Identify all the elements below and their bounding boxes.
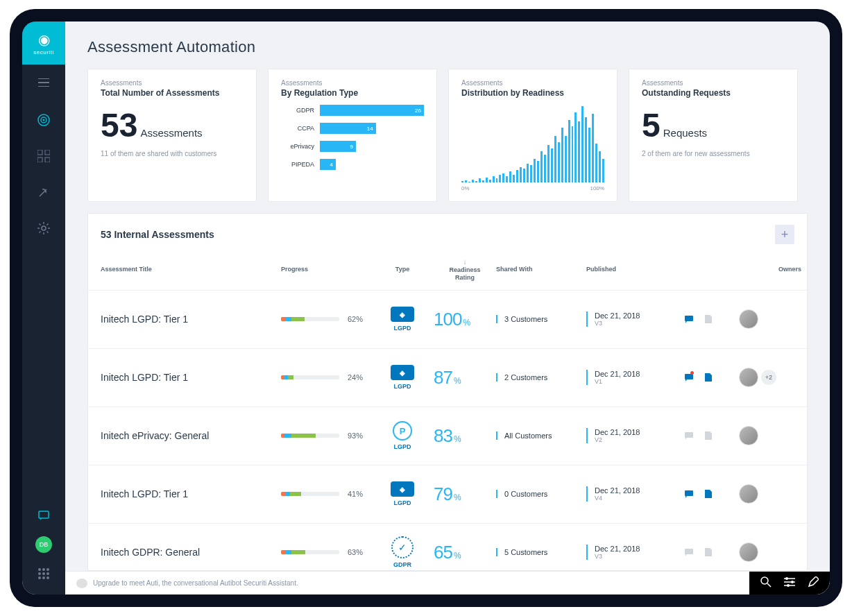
- row-more-button[interactable]: ⋮: [801, 488, 808, 501]
- bar-fill: 9: [320, 141, 356, 152]
- dist-bar: [489, 180, 491, 182]
- shared-cell: All Customers: [496, 431, 586, 440]
- card-eyebrow: Assessments: [642, 79, 785, 87]
- dist-bar: [568, 120, 570, 182]
- dist-bar: [461, 181, 463, 182]
- search-icon[interactable]: [760, 576, 772, 590]
- owner-avatar[interactable]: [739, 484, 758, 504]
- owners-cell: [739, 426, 801, 445]
- nav-item-tools[interactable]: [34, 182, 53, 202]
- comment-icon[interactable]: [683, 314, 695, 325]
- menu-toggle[interactable]: [38, 77, 49, 89]
- footer-message-area[interactable]: Upgrade to meet Auti, the conversational…: [65, 579, 749, 588]
- owner-avatar[interactable]: [739, 542, 758, 562]
- shared-cell: 5 Customers: [496, 548, 586, 556]
- comment-icon[interactable]: [683, 430, 695, 441]
- progress-percent: 93%: [348, 431, 371, 440]
- svg-point-10: [42, 568, 45, 571]
- owner-avatar[interactable]: [739, 309, 758, 329]
- row-more-button[interactable]: ⋮: [801, 429, 808, 443]
- document-icon[interactable]: [703, 488, 714, 499]
- svg-point-9: [38, 568, 41, 571]
- add-assessment-button[interactable]: +: [775, 225, 794, 244]
- owner-avatar[interactable]: [739, 426, 758, 445]
- type-cell: ✓ GDPR: [371, 536, 434, 568]
- type-cell: ◈ LGPD: [371, 307, 434, 332]
- regulation-bar-row: ePrivacy 9: [281, 141, 424, 152]
- shared-cell: 3 Customers: [496, 315, 586, 323]
- chat-bubble-icon: [76, 579, 87, 588]
- document-icon[interactable]: [703, 430, 714, 441]
- summary-cards: Assessments Total Number of Assessments …: [65, 69, 830, 213]
- regulation-bars: GDPR 26 CCPA 14 ePrivacy 9 PIPEDA 4: [281, 105, 424, 170]
- row-more-button[interactable]: ⋮: [801, 313, 808, 326]
- owners-cell: [739, 484, 801, 504]
- nav-item-settings[interactable]: [34, 219, 53, 238]
- published-cell: Dec 21, 2018 V3: [586, 311, 683, 327]
- table-row[interactable]: Initech GDPR: General 63% ✓ GDPR 65% 5 C…: [88, 524, 807, 571]
- svg-rect-6: [45, 157, 50, 162]
- owners-extra-count[interactable]: +2: [761, 370, 776, 385]
- dist-bar: [540, 151, 543, 182]
- filter-icon[interactable]: [784, 577, 795, 590]
- dist-bar: [523, 169, 525, 182]
- svg-point-12: [38, 572, 41, 575]
- row-icons: [683, 314, 739, 325]
- row-title: Initech ePrivacy: General: [101, 430, 281, 441]
- table-row[interactable]: Initech ePrivacy: General 93% P LGPD 83%…: [88, 407, 807, 465]
- owner-avatar[interactable]: [739, 368, 758, 387]
- brand-logo[interactable]: ◉ securiti: [22, 22, 65, 65]
- card-distribution: Assessments Distribution by Readiness 0%…: [448, 69, 617, 202]
- kpi-value: 53: [101, 106, 137, 144]
- distribution-axis: 0% 100%: [461, 185, 604, 191]
- dist-bar: [506, 176, 508, 182]
- col-type[interactable]: Type: [371, 266, 434, 273]
- comment-icon[interactable]: [683, 547, 695, 558]
- col-owners[interactable]: Owners: [739, 266, 801, 273]
- shared-cell: 0 Customers: [496, 490, 586, 498]
- row-more-button[interactable]: ⋮: [801, 546, 808, 559]
- col-progress[interactable]: Progress: [281, 266, 371, 273]
- comment-icon[interactable]: [683, 488, 695, 499]
- col-shared[interactable]: Shared With: [496, 266, 586, 273]
- type-stars-icon: ✓: [391, 536, 414, 558]
- card-title: Outstanding Requests: [642, 88, 785, 98]
- col-readiness[interactable]: ↓ Readiness Rating: [434, 258, 496, 282]
- sidebar-bottom: DB: [34, 506, 53, 583]
- nav-item-chat[interactable]: [34, 506, 53, 525]
- dist-bar: [513, 175, 515, 182]
- bar-track: 14: [320, 123, 424, 134]
- document-icon[interactable]: [703, 372, 714, 383]
- col-title[interactable]: Assessment Title: [101, 266, 281, 273]
- dist-bar: [581, 106, 583, 182]
- row-more-button[interactable]: ⋮: [801, 371, 808, 384]
- published-cell: Dec 21, 2018 V1: [586, 370, 683, 385]
- nav-item-apps[interactable]: [34, 564, 53, 583]
- regulation-bar-row: GDPR 26: [281, 105, 424, 116]
- document-icon[interactable]: [703, 547, 714, 558]
- dist-bar: [534, 159, 536, 182]
- table-row[interactable]: Initech LGPD: Tier 1 62% ◈ LGPD 100% 3 C…: [88, 291, 807, 349]
- table-title: 53 Internal Assessments: [101, 229, 775, 240]
- kpi-unit: Assessments: [140, 127, 202, 139]
- user-avatar-badge[interactable]: DB: [35, 536, 52, 553]
- col-published[interactable]: Published: [586, 266, 683, 273]
- comment-icon[interactable]: [683, 372, 695, 383]
- dist-bar: [595, 144, 597, 182]
- table-row[interactable]: Initech LGPD: Tier 1 41% ◈ LGPD 79% 0 Cu…: [88, 465, 807, 524]
- type-label: LGPD: [393, 325, 411, 332]
- nav-item-dashboard[interactable]: [34, 146, 53, 166]
- app-screen: ◉ securiti: [22, 22, 830, 594]
- published-cell: Dec 21, 2018 V2: [586, 428, 683, 443]
- document-icon[interactable]: [703, 314, 714, 325]
- card-eyebrow: Assessments: [281, 79, 424, 87]
- table-row[interactable]: Initech LGPD: Tier 1 24% ◈ LGPD 87% 2 Cu…: [88, 349, 807, 407]
- published-version: V4: [595, 495, 683, 502]
- sort-down-icon: ↓: [434, 258, 496, 266]
- progress-cell: 63%: [281, 548, 371, 556]
- progress-percent: 41%: [348, 490, 371, 498]
- card-subtext: 2 of them are for new assessments: [642, 150, 785, 157]
- edit-icon[interactable]: [808, 576, 819, 590]
- nav-item-radar[interactable]: [34, 110, 53, 130]
- dist-bar: [551, 148, 553, 182]
